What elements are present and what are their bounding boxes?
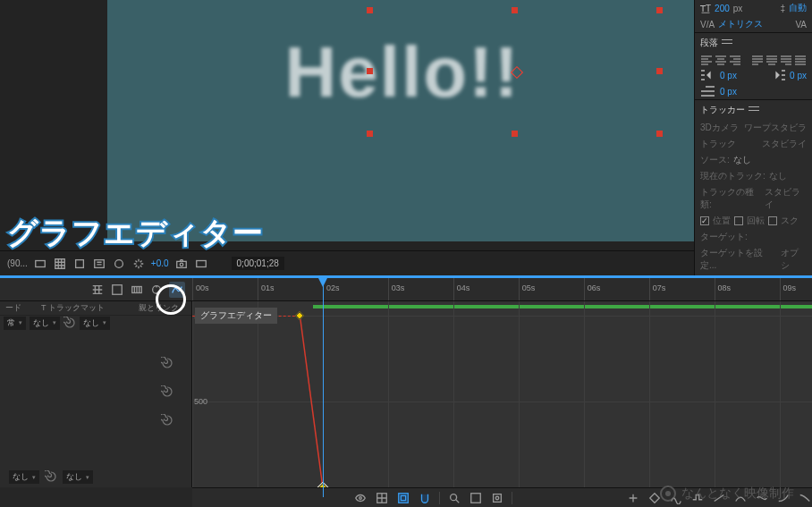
blend-mode-dropdown[interactable]: 常 — [4, 317, 26, 330]
tracker-warpstab-button[interactable]: ワープスタビラ — [744, 122, 807, 134]
fit-selection-icon[interactable] — [490, 491, 504, 505]
graph-editor-area[interactable]: 1000 %500 — [192, 301, 812, 487]
tracker-panel-header[interactable]: トラッカー — [695, 99, 812, 120]
tracker-options-button[interactable]: オプシ — [781, 247, 807, 272]
auto-zoom-icon[interactable] — [447, 491, 461, 505]
tracker-track-button[interactable]: トラック — [700, 138, 736, 150]
reset-exposure-icon[interactable] — [131, 257, 146, 271]
grid-icon[interactable] — [53, 257, 67, 271]
justify-center-icon[interactable] — [765, 55, 778, 65]
tracker-rotation-checkbox[interactable] — [734, 216, 743, 225]
timeline-panel: 00s01s02s03s04s05s06s07s08s09s グラフエディター … — [0, 278, 812, 507]
track-matte-dropdown[interactable]: なし — [30, 317, 60, 330]
tracker-scale-checkbox[interactable] — [768, 216, 777, 225]
align-right-icon[interactable] — [729, 55, 741, 65]
fit-all-icon[interactable] — [469, 491, 483, 505]
paragraph-panel-header[interactable]: 段落 — [695, 32, 812, 53]
font-size-unit: px — [733, 4, 743, 13]
ruler-tick: 01s — [258, 278, 275, 300]
text-layer-hello[interactable]: Hello!! — [285, 31, 520, 114]
current-timecode[interactable]: 0;00;01;28 — [232, 257, 284, 270]
tracker-type-label: トラックの種類: — [700, 186, 761, 211]
bottom-dropdown-2[interactable]: なし — [63, 470, 93, 484]
separate-dimensions-icon[interactable] — [626, 491, 640, 505]
show-transform-box-icon[interactable] — [396, 491, 410, 505]
justify-right-icon[interactable] — [780, 55, 792, 65]
indent-right-value[interactable]: 0 px — [790, 71, 807, 80]
svg-rect-16 — [494, 494, 502, 502]
transform-handle[interactable] — [367, 7, 373, 13]
parent-dropdown[interactable]: なし — [80, 317, 110, 330]
tracker-rotation-label: 回転 — [747, 215, 765, 227]
kerning-value[interactable]: メトリクス — [718, 18, 763, 30]
motion-blur-icon[interactable] — [149, 283, 164, 297]
align-center-icon[interactable] — [715, 55, 727, 65]
ruler-tick: 04s — [453, 278, 470, 300]
bottom-dropdown-1[interactable]: なし — [9, 470, 39, 484]
show-snapshot-icon[interactable] — [194, 257, 208, 271]
time-ruler[interactable]: 00s01s02s03s04s05s06s07s08s09s — [192, 278, 812, 300]
eye-icon[interactable] — [353, 491, 368, 505]
transform-handle[interactable] — [656, 68, 663, 74]
first-line-indent-value[interactable]: 0 px — [720, 87, 737, 97]
current-time-indicator[interactable] — [323, 278, 324, 497]
render-queue-icon[interactable] — [90, 283, 105, 297]
transform-handle[interactable] — [367, 131, 373, 137]
ruler-tick: 06s — [584, 278, 601, 300]
panel-menu-icon[interactable] — [749, 106, 759, 114]
panel-menu-icon[interactable] — [722, 39, 732, 46]
pickwhip-icon[interactable] — [161, 385, 173, 398]
tracker-source-label: ソース: — [700, 154, 730, 166]
first-line-indent-icon[interactable] — [700, 85, 716, 97]
resolution-dropdown[interactable] — [33, 257, 47, 271]
transform-handle[interactable] — [512, 131, 518, 137]
graph-editor-button[interactable] — [169, 282, 185, 298]
tracker-type-value: スタビライ — [765, 186, 807, 211]
tracker-position-checkbox[interactable] — [700, 216, 709, 225]
graph-options-icon[interactable] — [375, 491, 389, 505]
pickwhip-icon[interactable] — [161, 357, 173, 369]
zoom-dropdown[interactable]: (90... — [7, 258, 28, 268]
mask-icon[interactable] — [92, 257, 106, 271]
viewer-canvas[interactable]: Hello!! — [107, 0, 698, 241]
channel-icon[interactable] — [112, 257, 126, 271]
easy-ease-out-icon[interactable] — [798, 491, 812, 505]
tracker-set-target-button[interactable]: ターゲットを設定... — [700, 247, 777, 272]
frame-blend-icon[interactable] — [130, 283, 144, 297]
ruler-tick: 05s — [519, 278, 536, 300]
ruler-tick: 08s — [715, 278, 732, 300]
svg-rect-4 — [176, 261, 186, 267]
tracker-3dcamera-button[interactable]: 3Dカメラ — [700, 122, 739, 134]
pickwhip-icon[interactable] — [63, 317, 76, 329]
tracker-source-value[interactable]: なし — [733, 154, 751, 166]
kerning-label: V/A — [700, 20, 715, 30]
align-left-icon[interactable] — [700, 55, 713, 65]
justify-all-icon[interactable] — [794, 55, 807, 65]
font-size-value[interactable]: 200 — [715, 4, 730, 13]
transform-handle[interactable] — [656, 7, 663, 13]
guides-icon[interactable] — [72, 257, 87, 271]
leading-icon[interactable]: ‡ — [780, 4, 785, 13]
indent-right-icon[interactable] — [770, 69, 786, 81]
justify-left-icon[interactable] — [751, 55, 764, 65]
tracker-current-track-value: なし — [769, 170, 787, 182]
transform-handle[interactable] — [512, 7, 518, 13]
transform-handle[interactable] — [656, 131, 663, 137]
pickwhip-icon[interactable] — [45, 470, 57, 483]
tracker-stabilize-button[interactable]: スタビライ — [762, 138, 807, 150]
watermark-text: なんとなく映像制作 — [681, 486, 794, 502]
indent-left-value[interactable]: 0 px — [720, 71, 737, 80]
indent-left-icon[interactable] — [700, 69, 716, 81]
exposure-value[interactable]: +0.0 — [151, 258, 169, 268]
tracker-position-label: 位置 — [713, 215, 731, 227]
transform-handle[interactable] — [367, 68, 373, 74]
snap-icon[interactable] — [418, 491, 432, 505]
shy-icon[interactable] — [110, 283, 124, 297]
tracking-icon[interactable]: VA — [795, 20, 807, 30]
pickwhip-icon[interactable] — [161, 414, 173, 427]
col-mode: ード — [0, 302, 27, 314]
watermark-icon — [660, 486, 676, 502]
snapshot-icon[interactable] — [174, 257, 189, 271]
auto-leading-label[interactable]: 自動 — [789, 2, 807, 14]
ruler-tick: 09s — [780, 278, 797, 300]
